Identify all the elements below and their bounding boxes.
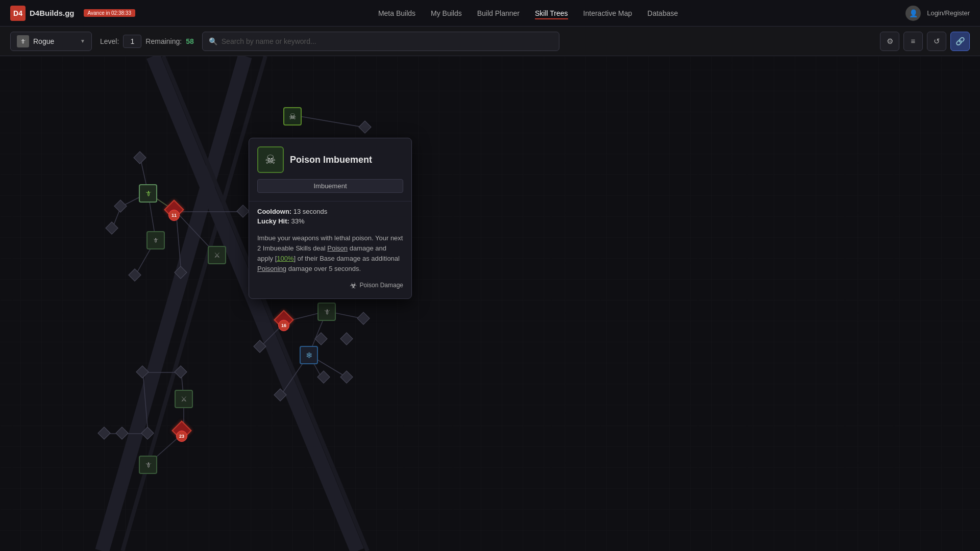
node-diamond: [114, 199, 127, 212]
main-nav: Meta Builds My Builds Build Planner Skil…: [151, 7, 905, 19]
node-badge: 23: [176, 431, 187, 442]
popup-skill-icon: ☠: [257, 146, 284, 173]
node-badge: 16: [278, 320, 289, 331]
node-diamond: [340, 370, 353, 383]
popup-footer: ☣ Poison Damage: [249, 274, 411, 290]
popup-cooldown: Cooldown: 13 seconds: [257, 208, 403, 215]
node-square-poison: ☠: [283, 107, 302, 126]
skill-node[interactable]: [117, 429, 127, 438]
node-diamond: [358, 120, 371, 133]
skill-node[interactable]: ⚔: [175, 390, 193, 408]
skill-node[interactable]: [319, 372, 328, 382]
skill-node[interactable]: 🗡: [139, 184, 157, 203]
reset-button[interactable]: ↺: [927, 32, 946, 51]
popup-link-poisoning[interactable]: Poisoning: [257, 265, 286, 272]
connection-lines: [0, 56, 980, 551]
search-box[interactable]: 🔍: [202, 32, 559, 51]
node-diamond: [136, 365, 149, 378]
svg-line-13: [291, 115, 365, 128]
list-button[interactable]: ≡: [903, 32, 923, 51]
skill-node[interactable]: [276, 390, 285, 399]
level-group: Level: 1 Remaining: 58: [100, 35, 194, 48]
node-diamond: [317, 370, 330, 383]
nav-my-builds[interactable]: My Builds: [431, 7, 462, 19]
skill-node[interactable]: 🗡: [146, 231, 165, 249]
link-button[interactable]: 🔗: [950, 32, 970, 51]
skill-node[interactable]: [316, 334, 326, 343]
node-square-blue: ❄: [300, 346, 318, 364]
site-logo-text: D4Builds.gg: [30, 9, 75, 17]
node-diamond: [115, 427, 128, 439]
nav-meta-builds[interactable]: Meta Builds: [378, 7, 415, 19]
node-diamond: [141, 427, 154, 439]
skill-node[interactable]: [135, 153, 144, 162]
nav-skill-trees[interactable]: Skill Trees: [535, 7, 568, 19]
nav-interactive-map[interactable]: Interactive Map: [583, 7, 632, 19]
nav-database[interactable]: Database: [647, 7, 678, 19]
node-diamond: [133, 151, 146, 164]
popup-footer-label: Poison Damage: [360, 282, 403, 289]
skill-node[interactable]: 11: [167, 203, 181, 217]
skill-node[interactable]: 16: [277, 313, 291, 327]
class-selector[interactable]: 🗡 Rogue ▼: [10, 32, 92, 51]
skill-node[interactable]: [116, 202, 125, 211]
skill-node[interactable]: ❄: [300, 346, 318, 364]
node-badge: 11: [168, 210, 180, 221]
skill-node[interactable]: [342, 334, 351, 343]
class-name: Rogue: [33, 37, 76, 45]
search-input[interactable]: [222, 37, 553, 45]
node-square: ⚔: [175, 390, 193, 408]
skill-node[interactable]: [138, 367, 147, 377]
popup-lucky-hit: Lucky Hit: 33%: [257, 217, 403, 225]
node-square: ⚔: [208, 246, 226, 264]
popup-tag: Imbuement: [257, 179, 403, 193]
level-input[interactable]: 1: [123, 35, 141, 48]
skill-node[interactable]: ☠: [283, 107, 302, 126]
svg-line-0: [102, 56, 245, 551]
skill-node[interactable]: [360, 122, 370, 132]
skill-node[interactable]: [359, 314, 368, 323]
avatar: 👤: [905, 6, 921, 21]
popup-value-100: 100%: [277, 255, 293, 262]
skill-node[interactable]: [176, 367, 185, 377]
skill-node[interactable]: [130, 270, 139, 280]
node-square: 🗡: [139, 456, 157, 474]
skill-node[interactable]: [100, 429, 109, 438]
ad-badge: Avance in 02:38:33: [84, 9, 135, 17]
skill-node[interactable]: 23: [175, 423, 189, 438]
node-diamond: [105, 221, 118, 234]
skill-tree-map[interactable]: 🗡 11 ⚔ 🗡 ☠: [0, 56, 980, 551]
skill-node[interactable]: [342, 372, 351, 382]
remaining-value: 58: [186, 37, 194, 45]
popup-divider: [249, 201, 411, 202]
node-diamond: [357, 312, 370, 324]
toolbar: 🗡 Rogue ▼ Level: 1 Remaining: 58 🔍 ⚙ ≡ ↺…: [0, 27, 980, 56]
skill-node[interactable]: 🗡: [139, 456, 157, 474]
skill-node[interactable]: [176, 268, 185, 277]
login-register-button[interactable]: Login/Register: [927, 9, 970, 17]
skill-node[interactable]: 🗡: [317, 303, 336, 321]
toolbar-actions: ⚙ ≡ ↺ 🔗: [880, 32, 970, 51]
skill-node[interactable]: [255, 342, 264, 351]
filter-button[interactable]: ⚙: [880, 32, 899, 51]
popup-description: Imbue your weapons with lethal poison. Y…: [249, 227, 411, 274]
popup-header: ☠ Poison Imbuement: [249, 138, 411, 179]
node-square: 🗡: [317, 303, 336, 321]
nav-build-planner[interactable]: Build Planner: [477, 7, 520, 19]
skill-node[interactable]: ⚔: [208, 246, 226, 264]
logo-area: D4 D4Builds.gg Avance in 02:38:33: [10, 6, 135, 21]
skill-popup: ☠ Poison Imbuement Imbuement Cooldown: 1…: [249, 138, 412, 299]
skill-node[interactable]: [238, 207, 248, 216]
node-square: 🗡: [146, 231, 165, 249]
node-diamond: [274, 388, 286, 401]
search-icon: 🔍: [209, 37, 217, 45]
poison-damage-icon: ☣: [350, 281, 357, 290]
popup-link-poison[interactable]: Poison: [327, 244, 348, 252]
popup-cooldown-value: 13 seconds: [293, 208, 328, 215]
popup-tag-row: Imbuement: [249, 179, 411, 199]
skill-node[interactable]: [107, 223, 116, 233]
node-diamond: [253, 340, 266, 353]
node-diamond: [174, 266, 187, 279]
remaining-label: Remaining:: [145, 37, 182, 45]
skill-node[interactable]: [143, 429, 152, 438]
